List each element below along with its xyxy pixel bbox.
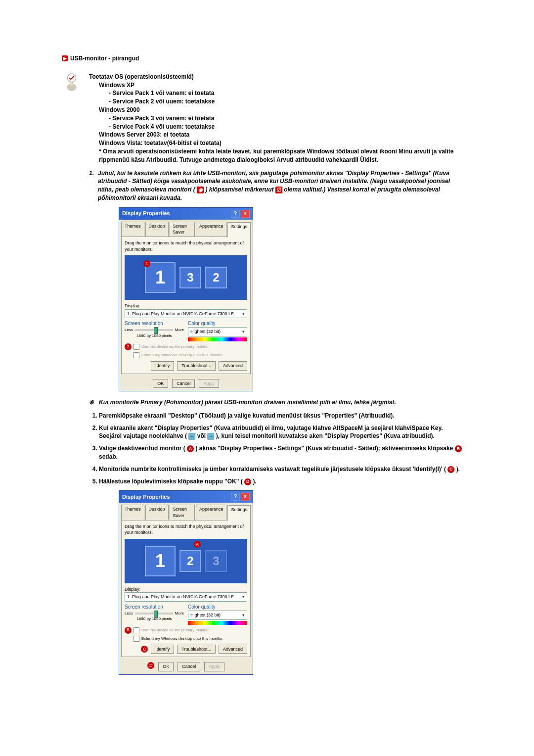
section-title: ▶ USB-monitor - piirangud: [62, 54, 465, 63]
tab-desktop[interactable]: Desktop: [145, 505, 169, 520]
display-dropdown[interactable]: 1. Plug and Play Monitor on NVIDIA GeFor…: [125, 309, 247, 319]
star-symbol: ※: [89, 398, 94, 407]
tabs: Themes Desktop Screen Saver Appearance S…: [119, 503, 253, 520]
s4a: Monitoride numbrite kontrollimiseks ja ü…: [99, 466, 446, 472]
apply-button[interactable]: Apply: [199, 379, 219, 388]
color-preview: [188, 337, 247, 341]
step-5: Häälestuse lõpuleviimiseks klõpsake nupp…: [99, 477, 465, 486]
cancel-button[interactable]: Cancel: [178, 662, 200, 671]
tab-screensaver[interactable]: Screen Saver: [170, 222, 195, 236]
display-value: 1. Plug and Play Monitor on NVIDIA GeFor…: [127, 594, 234, 600]
chevron-down-icon: ▾: [242, 311, 245, 317]
color-label: Color quality: [188, 320, 247, 327]
display-label: Display:: [125, 586, 247, 593]
color-quality-group: Color quality Highest (32 bit) ▾: [188, 320, 247, 341]
monitor-2[interactable]: 2: [205, 267, 227, 288]
primary-checkbox[interactable]: [134, 344, 139, 350]
note-num: 1.: [89, 169, 94, 202]
tab-body: Drag the monitor icons to match the phys…: [121, 236, 251, 374]
step-4: Monitoride numbrite kontrollimiseks ja ü…: [99, 465, 465, 473]
help-button[interactable]: ?: [231, 210, 240, 218]
note1-b: ) klõpsamisel märkeruut: [205, 186, 273, 193]
extend-checkbox[interactable]: [134, 352, 139, 358]
screen-res-group: Screen resolution Less More 1680 by 1050…: [125, 604, 184, 625]
slider-less: Less: [125, 611, 133, 616]
checkmark-person-icon: [62, 73, 82, 93]
s2b: või: [197, 432, 208, 439]
step-1: Paremklõpsake ekraanil "Desktop" (Töölau…: [99, 412, 465, 420]
primary-checkbox[interactable]: [134, 627, 139, 633]
troubleshoot-button[interactable]: Troubleshoot...: [177, 645, 216, 654]
note-1: 1. Juhul, kui te kasutate rohkem kui üht…: [89, 169, 465, 202]
close-button[interactable]: ×: [241, 493, 250, 501]
extend-checkbox[interactable]: [134, 636, 139, 642]
monitor-3[interactable]: 3: [179, 267, 201, 288]
color-dropdown[interactable]: Highest (32 bit) ▾: [188, 611, 247, 620]
step-2: Kui ekraanile akent "Display Properties"…: [99, 424, 465, 441]
tab-screensaver[interactable]: Screen Saver: [170, 505, 195, 520]
callout-B: B: [455, 445, 462, 452]
chevron-down-icon: ▾: [242, 612, 245, 618]
os-xp-sp2: - Service Pack 2 või uuem: toetatakse: [109, 97, 465, 106]
callout-2: 2: [125, 343, 132, 350]
color-dropdown[interactable]: Highest (32 bit) ▾: [188, 327, 247, 336]
s5b: ).: [253, 478, 257, 485]
s5a: Häälestuse lõpuleviimiseks klõpsake nupp…: [99, 478, 243, 485]
body-content: Toetatav OS (operatsioonisüsteemid) Wind…: [89, 73, 465, 680]
resolution-slider[interactable]: [135, 329, 173, 331]
extend-label: Extend my Windows desktop onto this moni…: [141, 352, 223, 358]
extend-label: Extend my Windows desktop onto this moni…: [141, 636, 223, 641]
primary-checkbox-row: 2 Use this device as the primary monitor: [125, 343, 247, 350]
ok-button[interactable]: OK: [158, 662, 174, 671]
callout-D: D: [147, 662, 154, 669]
resolution-slider[interactable]: [135, 613, 173, 614]
identify-button[interactable]: Identify: [151, 361, 174, 371]
hint-text: Drag the monitor icons to match the phys…: [125, 240, 247, 252]
extend-checkbox-row: Extend my Windows desktop onto this moni…: [125, 636, 247, 642]
tab-appearance[interactable]: Appearance: [196, 222, 227, 236]
advanced-button[interactable]: Advanced: [219, 361, 247, 371]
ok-button[interactable]: OK: [153, 379, 168, 388]
star-note: ※ Kui monitorile Primary (Põhimonitor) p…: [89, 398, 465, 407]
os-heading: Toetatav OS (operatsioonisüsteemid): [89, 73, 465, 81]
os-xp: Windows XP: [99, 81, 465, 90]
monitor-arrangement[interactable]: A 1 2 3: [125, 539, 247, 583]
monitor-2[interactable]: 2: [179, 550, 201, 572]
identify-button[interactable]: Identify: [151, 645, 174, 654]
troubleshoot-button[interactable]: Troubleshoot...: [177, 361, 216, 371]
arrow-right-icon: →: [207, 433, 214, 440]
color-value: Highest (32 bit): [190, 329, 221, 335]
monitor-1[interactable]: 1: [145, 546, 176, 576]
s3b: ) aknas "Display Properties - Settings" …: [195, 445, 454, 452]
close-button[interactable]: ×: [241, 210, 250, 218]
color-quality-group: Color quality Highest (32 bit) ▾: [188, 604, 247, 625]
tab-desktop[interactable]: Desktop: [145, 222, 169, 236]
monitor-1[interactable]: 1: [145, 262, 176, 293]
s4b: ).: [456, 466, 460, 472]
tab-themes[interactable]: Themes: [121, 222, 144, 236]
display-dropdown[interactable]: 1. Plug and Play Monitor on NVIDIA GeFor…: [125, 592, 247, 602]
s3c: sedab.: [99, 453, 118, 460]
monitor-arrangement[interactable]: 1 1 3 2: [125, 255, 247, 300]
apply-button[interactable]: Apply: [204, 662, 224, 671]
checkbox-icon: ☑: [275, 187, 282, 193]
callout-B: B: [125, 627, 132, 634]
help-button[interactable]: ?: [231, 493, 240, 501]
tab-settings[interactable]: Settings: [227, 222, 251, 237]
dialog-title: Display Properties: [122, 210, 170, 217]
advanced-button[interactable]: Advanced: [219, 645, 247, 654]
tab-themes[interactable]: Themes: [121, 505, 144, 520]
slider-less: Less: [125, 327, 133, 332]
tab-body: Drag the monitor icons to match the phys…: [121, 520, 251, 658]
monitor-3-disabled[interactable]: 3: [205, 550, 227, 572]
cancel-button[interactable]: Cancel: [172, 379, 195, 388]
tab-appearance[interactable]: Appearance: [196, 505, 227, 520]
tab-settings[interactable]: Settings: [227, 505, 251, 520]
step-3: Valige deaktiveeritud monitor ( A ) akna…: [99, 444, 465, 461]
callout-D: D: [244, 478, 251, 485]
screen-res-label: Screen resolution: [125, 604, 184, 611]
display-value: 1. Plug and Play Monitor on NVIDIA GeFor…: [127, 311, 234, 317]
bullet-icon: ▶: [62, 55, 68, 61]
titlebar: Display Properties ? ×: [119, 208, 253, 220]
os-2000-sp4: - Service Pack 4 või uuem: toetatakse: [109, 123, 465, 131]
